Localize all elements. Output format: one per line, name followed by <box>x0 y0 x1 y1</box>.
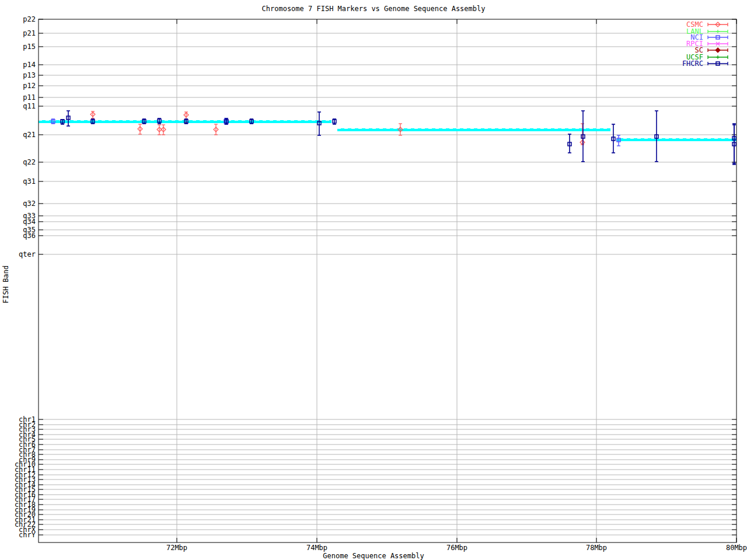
data-point-FHCRC-11-marker <box>581 135 585 138</box>
data-point-CSMC-1-marker <box>138 127 142 131</box>
data-point-FHCRC-4-marker <box>158 119 161 123</box>
x-tick-label-74Mbp: 74Mbp <box>296 544 338 551</box>
y-tick-label-p13: p13 <box>23 72 36 79</box>
legend-sample-CSMC-marker <box>715 22 720 27</box>
data-point-FHCRC-13-marker <box>655 135 658 138</box>
data-point-FHCRC-0-marker <box>61 120 64 123</box>
y-tick-label-q34: q34 <box>23 218 36 225</box>
legend-sample-RPCI-marker <box>716 42 720 46</box>
data-point-NCI-1-marker <box>224 120 228 123</box>
data-point-FHCRC-3-marker <box>142 120 146 123</box>
plot-border <box>39 19 736 542</box>
data-point-FHCRC-5-marker <box>184 120 188 123</box>
data-point-FHCRC-2-marker <box>91 120 95 123</box>
y-tick-label-q32: q32 <box>23 200 36 207</box>
x-tick-label-72Mbp: 72Mbp <box>156 544 198 551</box>
legend-sample-SC-marker <box>715 48 720 52</box>
y-tick-label-p15: p15 <box>23 43 36 50</box>
assembly-band-segment-2 <box>337 128 610 131</box>
y-tick-label-q36: q36 <box>23 232 36 239</box>
data-point-FHCRC-8-marker <box>317 121 321 125</box>
y-tick-label-p22: p22 <box>23 16 36 23</box>
data-point-CSMC-2-marker <box>157 127 162 132</box>
x-tick-label-78Mbp: 78Mbp <box>575 544 617 551</box>
y-tick-label-q21: q21 <box>23 131 36 138</box>
data-point-FHCRC-12-marker <box>612 137 615 141</box>
assembly-band-segment-1 <box>39 120 331 123</box>
x-axis-title: Genome Sequence Assembly <box>0 552 747 559</box>
data-point-CSMC-6-marker <box>398 127 403 132</box>
legend-sample-RPCI-marker <box>716 42 720 46</box>
data-point-FHCRC-15-marker <box>732 142 736 146</box>
x-tick-label-80Mbp: 80Mbp <box>715 544 747 551</box>
chart-title: Chromosome 7 FISH Markers vs Genome Sequ… <box>0 5 747 12</box>
x-tick-label-76Mbp: 76Mbp <box>436 544 478 551</box>
fish-markers-chart: Chromosome 7 FISH Markers vs Genome Sequ… <box>0 0 747 560</box>
data-point-CSMC-4-marker <box>184 113 189 117</box>
plot-canvas <box>0 0 747 560</box>
y-tick-label-p14: p14 <box>23 61 36 68</box>
data-point-FHCRC-9-marker <box>333 120 336 123</box>
data-point-FHCRC-14-marker <box>732 136 736 140</box>
y-axis-title: FISH Band <box>2 265 9 303</box>
y-tick-label-p11: p11 <box>23 94 36 101</box>
data-point-NCI-0-marker <box>51 120 55 123</box>
data-point-NCI-2-marker <box>617 138 620 142</box>
data-point-FHCRC-1-marker <box>67 116 70 120</box>
data-point-FHCRC-10-marker <box>568 142 571 146</box>
y-tick-label-q22: q22 <box>23 159 36 166</box>
y-tick-label-q11: q11 <box>23 103 36 110</box>
data-point-CSMC-5-marker <box>214 127 218 132</box>
legend-sample-FHCRC-marker <box>716 62 720 65</box>
data-point-FHCRC-7-marker <box>250 120 253 123</box>
data-point-CSMC-3-marker <box>161 127 166 132</box>
data-point-CSMC-7-marker <box>580 140 585 145</box>
y-tick-label-p12: p12 <box>23 82 36 89</box>
y-tick-label-chrY: chrY <box>19 531 36 538</box>
y-tick-label-p21: p21 <box>23 30 36 37</box>
assembly-band-segment-3 <box>616 138 736 141</box>
legend-label-FHCRC: FHCRC <box>682 60 703 67</box>
y-tick-label-qter: qter <box>19 251 36 258</box>
y-tick-label-q31: q31 <box>23 178 36 185</box>
data-point-CSMC-0-marker <box>90 112 95 117</box>
legend-sample-NCI-marker <box>716 36 720 39</box>
data-point-FHCRC-6-marker <box>225 120 228 123</box>
